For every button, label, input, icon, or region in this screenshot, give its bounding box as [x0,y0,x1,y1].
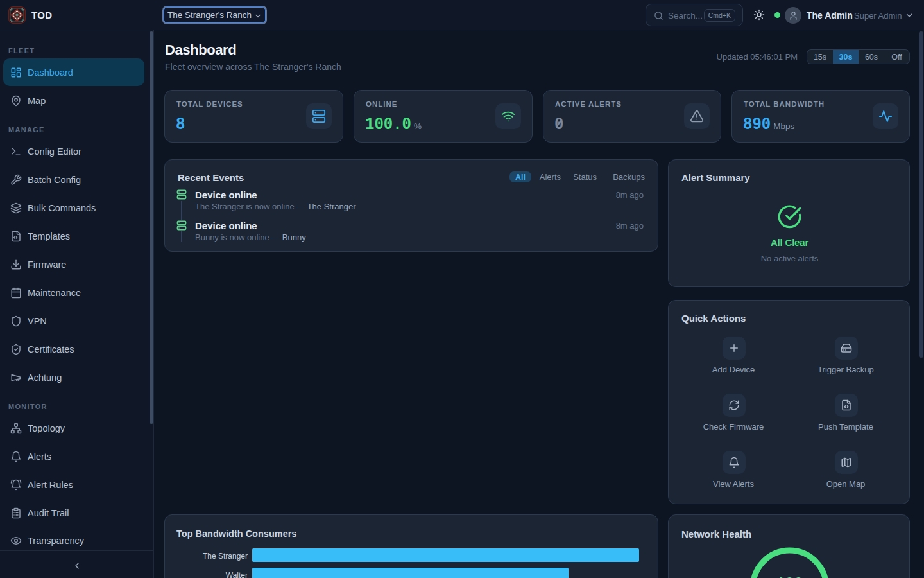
svg-text:100: 100 [776,575,803,578]
